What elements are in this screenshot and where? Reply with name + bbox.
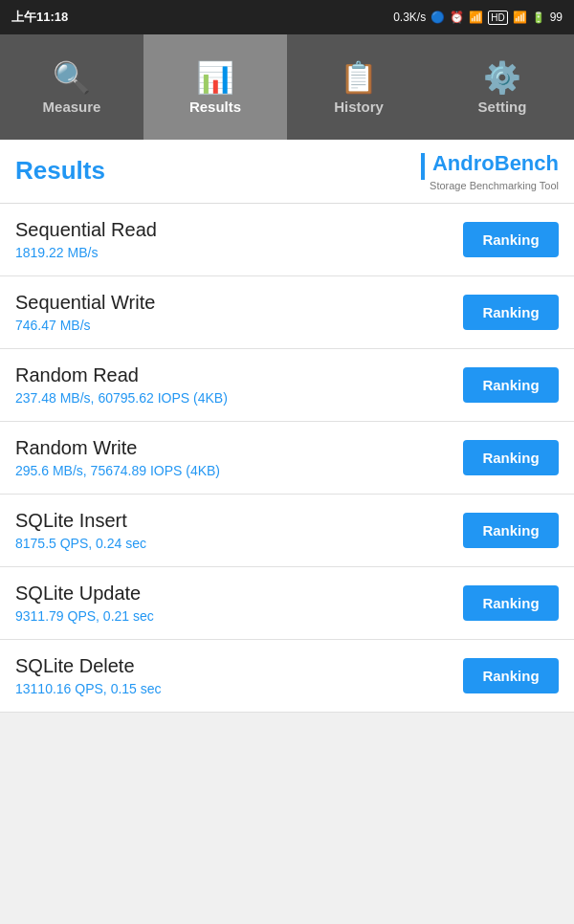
bench-name-6: SQLite Delete [15,655,162,677]
status-time: 上午11:18 [11,9,68,26]
bench-name-3: Random Write [15,437,220,459]
tab-history-label: History [334,99,384,115]
ranking-button-2[interactable]: Ranking [463,367,559,403]
benchmark-row-0: Sequential Read1819.22 MB/sRanking [0,204,574,276]
results-header: Results AndroBench Storage Benchmarking … [0,140,574,204]
brand-suffix: Bench [495,151,559,175]
tab-measure[interactable]: 🔍 Measure [0,34,144,140]
wifi-icon: 📶 [513,11,527,24]
bench-name-2: Random Read [15,364,228,386]
tab-setting[interactable]: ⚙️ Setting [430,34,574,140]
tab-results-label: Results [189,99,241,115]
bench-info-5: SQLite Update9311.79 QPS, 0.21 sec [15,583,154,624]
brand-name: AndroBench [421,151,559,180]
benchmark-row-1: Sequential Write746.47 MB/sRanking [0,276,574,349]
bench-name-4: SQLite Insert [15,510,146,532]
setting-icon: ⚙️ [483,62,521,93]
ranking-button-6[interactable]: Ranking [463,658,559,693]
bench-info-1: Sequential Write746.47 MB/s [15,292,155,333]
ranking-button-4[interactable]: Ranking [463,513,559,548]
battery-level: 99 [550,11,563,24]
tab-setting-label: Setting [478,99,527,115]
benchmark-row-2: Random Read237.48 MB/s, 60795.62 IOPS (4… [0,349,574,422]
hd-icon: HD [488,11,507,25]
ranking-button-0[interactable]: Ranking [463,222,559,257]
benchmark-row-6: SQLite Delete13110.16 QPS, 0.15 secRanki… [0,640,574,713]
bench-value-3: 295.6 MB/s, 75674.89 IOPS (4KB) [15,463,220,478]
ranking-button-3[interactable]: Ranking [463,440,559,475]
tab-results[interactable]: 📊 Results [144,34,287,140]
measure-icon: 🔍 [53,62,91,93]
bench-name-5: SQLite Update [15,583,154,605]
tab-history[interactable]: 📋 History [287,34,430,140]
bench-name-0: Sequential Read [15,219,157,241]
benchmark-row-5: SQLite Update9311.79 QPS, 0.21 secRankin… [0,567,574,640]
ranking-button-5[interactable]: Ranking [463,585,559,621]
bench-value-0: 1819.22 MB/s [15,245,157,260]
bench-name-1: Sequential Write [15,292,155,314]
status-bar: 上午11:18 0.3K/s 🔵 ⏰ 📶 HD 📶 🔋 99 [0,0,574,34]
signal-icon: 📶 [469,11,483,24]
ranking-button-1[interactable]: Ranking [463,295,559,330]
bench-value-1: 746.47 MB/s [15,318,155,333]
bench-value-5: 9311.79 QPS, 0.21 sec [15,608,154,624]
brand-bar [421,153,425,180]
benchmark-row-4: SQLite Insert8175.5 QPS, 0.24 secRanking [0,495,574,567]
history-icon: 📋 [340,62,378,93]
bluetooth-icon: 🔵 [430,11,445,24]
bench-info-4: SQLite Insert8175.5 QPS, 0.24 sec [15,510,146,551]
alarm-icon: ⏰ [450,11,464,24]
network-speed: 0.3K/s [393,11,426,24]
results-title: Results [15,156,105,186]
battery-icon: 🔋 [532,11,545,24]
tab-measure-label: Measure [43,99,101,115]
bench-info-6: SQLite Delete13110.16 QPS, 0.15 sec [15,655,162,696]
bench-value-2: 237.48 MB/s, 60795.62 IOPS (4KB) [15,390,228,406]
benchmark-row-3: Random Write295.6 MB/s, 75674.89 IOPS (4… [0,422,574,495]
brand-highlight: Andro [432,151,495,175]
brand-logo: AndroBench Storage Benchmarking Tool [421,151,559,191]
bench-info-3: Random Write295.6 MB/s, 75674.89 IOPS (4… [15,437,220,478]
bench-info-2: Random Read237.48 MB/s, 60795.62 IOPS (4… [15,364,228,406]
bench-info-0: Sequential Read1819.22 MB/s [15,219,157,260]
bench-value-6: 13110.16 QPS, 0.15 sec [15,681,162,696]
nav-tabs: 🔍 Measure 📊 Results 📋 History ⚙️ Setting [0,34,574,140]
benchmark-list: Sequential Read1819.22 MB/sRankingSequen… [0,204,574,713]
bench-value-4: 8175.5 QPS, 0.24 sec [15,536,146,551]
brand-text: AndroBench [432,151,559,175]
status-icons: 0.3K/s 🔵 ⏰ 📶 HD 📶 🔋 99 [393,11,563,25]
brand-subtitle: Storage Benchmarking Tool [421,180,559,191]
results-icon: 📊 [196,62,234,93]
